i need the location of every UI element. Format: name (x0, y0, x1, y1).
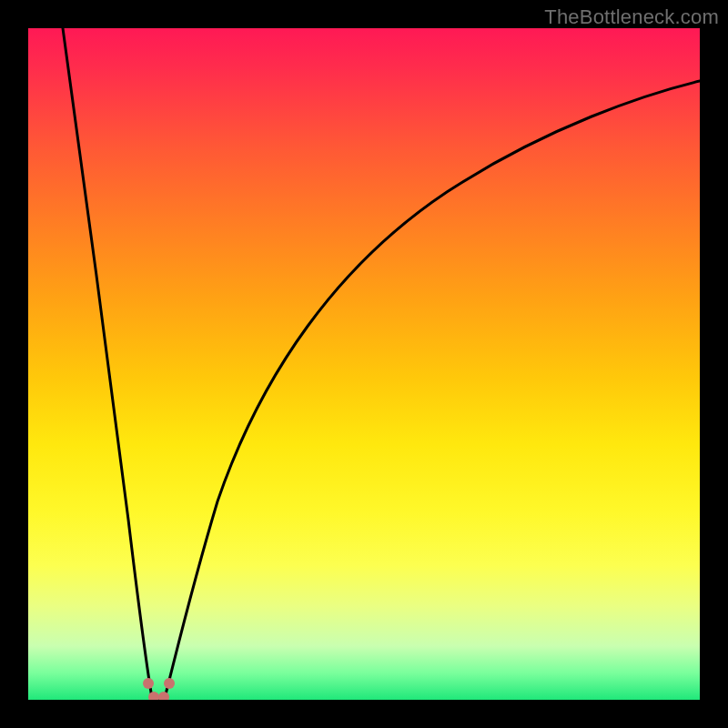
background-gradient (28, 28, 700, 700)
plot-area (28, 28, 700, 700)
watermark-text: TheBottleneck.com (544, 5, 719, 29)
chart-frame: TheBottleneck.com (0, 0, 728, 728)
